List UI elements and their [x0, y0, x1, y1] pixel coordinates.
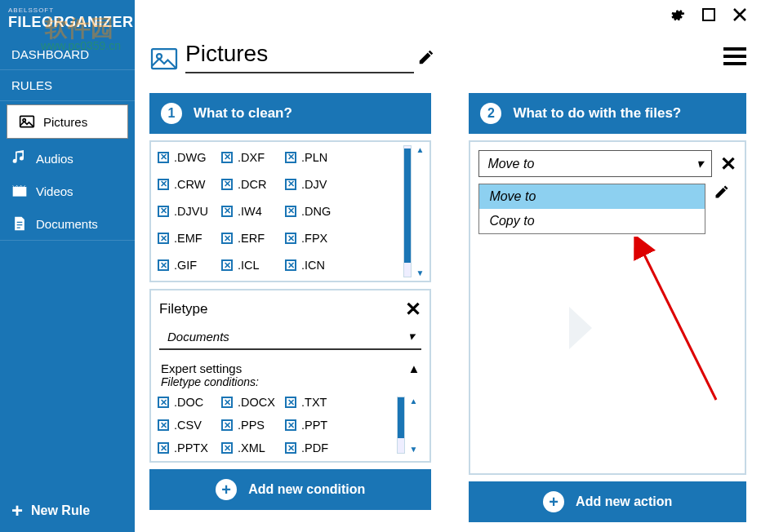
checkbox[interactable]: ✕	[158, 442, 169, 454]
sidebar-item-label: Videos	[36, 184, 73, 198]
sidebar-item-label: Audios	[36, 152, 73, 166]
edit-action-button[interactable]	[714, 184, 730, 200]
checkbox[interactable]: ✕	[285, 419, 296, 431]
checkbox[interactable]: ✕	[221, 152, 233, 163]
checkbox[interactable]: ✕	[285, 442, 296, 454]
filetype-item[interactable]: ✕.DJVU	[158, 200, 221, 222]
panel1-header: 1 What to clean?	[149, 93, 431, 134]
step-badge: 1	[161, 103, 182, 124]
filetype-label: .DCR	[238, 178, 266, 191]
checkbox[interactable]: ✕	[158, 152, 169, 163]
dropdown-option-move[interactable]: Move to	[479, 184, 705, 209]
chevron-down-icon: ▾	[408, 329, 415, 344]
new-rule-button[interactable]: + New Rule	[11, 499, 90, 522]
filetype-item[interactable]: ✕.PPT	[285, 416, 349, 434]
filetype-item[interactable]: ✕.DJV	[285, 173, 349, 195]
filetype-item[interactable]: ✕.PPTX	[158, 439, 221, 457]
sidebar: ABELSSOFT FILEORGANIZER DASHBOARD RULES …	[0, 0, 135, 532]
scrollbar[interactable]	[397, 397, 405, 454]
filetype-item[interactable]: ✕.GIF	[158, 255, 221, 277]
filetype-item[interactable]: ✕.FPX	[285, 228, 349, 250]
checkbox[interactable]: ✕	[285, 397, 296, 408]
checkbox[interactable]: ✕	[221, 259, 233, 271]
remove-condition-button[interactable]: ✕	[405, 298, 421, 321]
filetype-item[interactable]: ✕.EMF	[158, 228, 221, 250]
new-rule-label: New Rule	[31, 503, 90, 518]
scroll-thumb[interactable]	[398, 397, 404, 438]
checkbox[interactable]: ✕	[158, 419, 169, 431]
filetype-item[interactable]: ✕.DXF	[221, 146, 285, 168]
sidebar-item-label: Documents	[36, 217, 98, 231]
filetype-dropdown[interactable]: Documents ▾	[159, 326, 421, 350]
filetype-label: .ICN	[301, 259, 325, 272]
expert-settings-toggle[interactable]: Expert settings	[161, 361, 242, 375]
filetype-item[interactable]: ✕.DCR	[221, 173, 285, 195]
sidebar-item-pictures[interactable]: Pictures	[7, 104, 128, 139]
filetype-label: .EMF	[174, 232, 202, 245]
checkbox[interactable]: ✕	[158, 233, 169, 244]
sidebar-item-videos[interactable]: Videos	[0, 175, 135, 207]
filetype-item[interactable]: ✕.PLN	[285, 146, 349, 168]
checkbox[interactable]: ✕	[221, 233, 233, 244]
add-action-button[interactable]: + Add new action	[469, 481, 746, 522]
filetype-label: .DJVU	[174, 205, 208, 218]
filetype-item[interactable]: ✕.PPS	[221, 416, 285, 434]
checkbox[interactable]: ✕	[221, 442, 233, 454]
filetype-item[interactable]: ✕.ERF	[221, 228, 285, 250]
checkbox[interactable]: ✕	[221, 179, 233, 190]
filetype-item[interactable]: ✕.PDF	[285, 439, 349, 457]
panel2-header: 2 What to do with the files?	[469, 93, 746, 134]
close-icon[interactable]	[732, 7, 748, 23]
checkbox[interactable]: ✕	[285, 206, 296, 217]
filetype-label: .DOC	[174, 396, 203, 409]
filetype-item[interactable]: ✕.DOCX	[221, 393, 285, 411]
sidebar-dashboard[interactable]: DASHBOARD	[0, 39, 135, 70]
hamburger-menu[interactable]	[723, 47, 746, 69]
checkbox[interactable]: ✕	[285, 233, 296, 244]
filetype-item[interactable]: ✕.ICN	[285, 255, 349, 277]
remove-action-button[interactable]: ✕	[720, 153, 737, 175]
filetype-label: .XML	[238, 441, 265, 454]
maximize-icon[interactable]	[701, 7, 717, 23]
collapse-icon[interactable]: ▲	[408, 361, 421, 375]
scrollbar[interactable]	[403, 145, 412, 277]
sidebar-item-documents[interactable]: Documents	[0, 207, 135, 240]
gear-icon[interactable]	[670, 7, 686, 23]
filetype-item[interactable]: ✕.DWG	[158, 146, 221, 168]
checkbox[interactable]: ✕	[221, 206, 233, 217]
filetype-item[interactable]: ✕.DNG	[285, 200, 349, 222]
main-pictures-icon	[149, 44, 176, 70]
filetype-item[interactable]: ✕.CRW	[158, 173, 221, 195]
checkbox[interactable]: ✕	[158, 259, 169, 271]
expert-subtitle: Filetype conditions:	[158, 375, 423, 393]
checkbox[interactable]: ✕	[158, 206, 169, 217]
checkbox[interactable]: ✕	[158, 397, 169, 408]
panel2-title: What to do with the files?	[513, 105, 681, 122]
checkbox[interactable]: ✕	[221, 397, 233, 408]
scroll-thumb[interactable]	[404, 149, 411, 263]
filetype-item[interactable]: ✕.CSV	[158, 416, 221, 434]
panel1-title: What to clean?	[194, 105, 292, 122]
scroll-arrows[interactable]: ▲▼	[409, 397, 421, 454]
dropdown-option-copy[interactable]: Copy to	[479, 209, 705, 233]
checkbox[interactable]: ✕	[285, 179, 296, 190]
filetype-item[interactable]: ✕.TXT	[285, 393, 349, 411]
filetype-condition-box: Filetype ✕ Documents ▾ Expert settings ▲…	[149, 289, 431, 463]
action-dropdown[interactable]: Move to ▾	[478, 150, 712, 177]
filetype-item[interactable]: ✕.DOC	[158, 393, 221, 411]
filetype-label: .IW4	[238, 205, 262, 218]
filetype-item[interactable]: ✕.ICL	[221, 255, 285, 277]
filetype-label: .ICL	[238, 259, 260, 272]
filetype-item[interactable]: ✕.XML	[221, 439, 285, 457]
add-condition-button[interactable]: + Add new condition	[149, 469, 431, 510]
checkbox[interactable]: ✕	[285, 152, 296, 163]
edit-title-button[interactable]	[417, 48, 435, 66]
checkbox[interactable]: ✕	[285, 259, 296, 271]
scroll-arrows[interactable]: ▲▼	[416, 145, 427, 277]
sidebar-item-audios[interactable]: Audios	[0, 142, 135, 175]
step-badge: 2	[480, 103, 501, 124]
checkbox[interactable]: ✕	[221, 419, 233, 431]
checkbox[interactable]: ✕	[158, 179, 169, 190]
filetype-label: .PPS	[238, 419, 265, 432]
filetype-item[interactable]: ✕.IW4	[221, 200, 285, 222]
